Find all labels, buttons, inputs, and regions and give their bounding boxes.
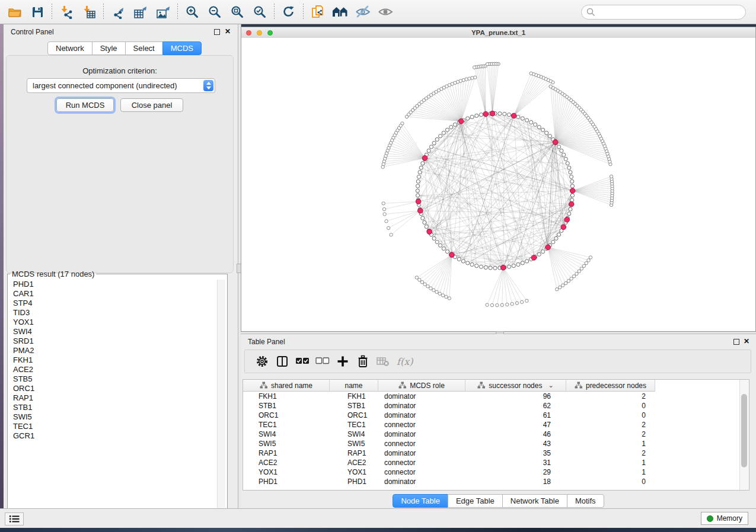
- network-node[interactable]: [555, 288, 558, 291]
- network-node[interactable]: [570, 184, 574, 188]
- network-node[interactable]: [425, 225, 428, 229]
- network-node[interactable]: [432, 289, 435, 291]
- table-cell[interactable]: dominator: [378, 411, 465, 419]
- network-node[interactable]: [521, 300, 524, 303]
- network-node[interactable]: [466, 261, 470, 265]
- table-cell[interactable]: 2: [566, 449, 655, 457]
- mcds-result-item[interactable]: STB1: [9, 403, 215, 412]
- table-cell[interactable]: connector: [378, 440, 465, 448]
- import-table-button[interactable]: [78, 2, 100, 21]
- network-node[interactable]: [569, 175, 573, 178]
- network-node[interactable]: [570, 180, 574, 183]
- network-hub-node[interactable]: [500, 265, 506, 270]
- table-row[interactable]: TEC1TEC1connector472: [243, 420, 740, 430]
- network-node[interactable]: [457, 257, 461, 261]
- table-cell[interactable]: 35: [465, 449, 566, 457]
- network-node[interactable]: [575, 272, 578, 275]
- network-node[interactable]: [567, 280, 570, 283]
- network-node[interactable]: [489, 266, 492, 270]
- table-cell[interactable]: ACE2: [330, 459, 378, 467]
- table-row[interactable]: STB1STB1dominator620: [243, 401, 740, 411]
- network-node[interactable]: [442, 131, 445, 134]
- network-hub-node[interactable]: [546, 245, 551, 250]
- network-node[interactable]: [490, 303, 493, 306]
- table-cell[interactable]: 1: [566, 468, 655, 476]
- network-node[interactable]: [435, 290, 438, 293]
- network-node[interactable]: [390, 233, 393, 236]
- network-node[interactable]: [382, 208, 385, 211]
- show-columns-button[interactable]: [272, 352, 292, 370]
- delete-table-button[interactable]: [373, 352, 393, 370]
- network-node[interactable]: [439, 243, 442, 247]
- table-cell[interactable]: YOX1: [330, 468, 378, 476]
- table-cell[interactable]: STB1: [243, 402, 330, 410]
- network-node[interactable]: [432, 236, 436, 240]
- tab-style[interactable]: Style: [92, 41, 126, 55]
- network-node[interactable]: [529, 120, 533, 124]
- network-node[interactable]: [569, 207, 572, 211]
- network-node[interactable]: [589, 256, 592, 259]
- mcds-result-item[interactable]: SWI5: [9, 412, 215, 422]
- table-cell[interactable]: FKH1: [330, 392, 378, 400]
- network-node[interactable]: [486, 303, 489, 306]
- network-node[interactable]: [415, 276, 418, 279]
- mcds-result-item[interactable]: PHD1: [9, 280, 215, 289]
- delete-column-button[interactable]: [353, 352, 373, 370]
- mcds-result-item[interactable]: FKH1: [9, 355, 215, 365]
- memory-button[interactable]: Memory: [701, 512, 748, 525]
- network-hub-node[interactable]: [422, 156, 428, 161]
- mcds-result-item[interactable]: TEC1: [9, 422, 215, 431]
- table-cell[interactable]: 31: [465, 459, 566, 467]
- table-cell[interactable]: SWI4: [243, 430, 330, 438]
- network-node[interactable]: [537, 125, 541, 129]
- network-node[interactable]: [421, 162, 425, 165]
- table-cell[interactable]: 1: [566, 440, 655, 448]
- network-node[interactable]: [610, 175, 613, 178]
- network-node[interactable]: [426, 285, 429, 288]
- network-node[interactable]: [559, 286, 562, 289]
- table-row[interactable]: YOX1YOX1connector291: [243, 467, 740, 477]
- network-node[interactable]: [441, 294, 444, 297]
- network-node[interactable]: [493, 266, 497, 270]
- refresh-view-button[interactable]: [277, 2, 300, 21]
- network-node[interactable]: [554, 236, 558, 240]
- network-node[interactable]: [421, 216, 425, 220]
- network-node[interactable]: [479, 265, 483, 268]
- tab-network[interactable]: Network: [47, 41, 92, 55]
- network-hub-node[interactable]: [458, 118, 464, 124]
- mcds-result-item[interactable]: TID3: [9, 308, 215, 318]
- network-node[interactable]: [418, 278, 421, 281]
- table-cell[interactable]: 29: [465, 468, 566, 476]
- network-node[interactable]: [418, 171, 422, 174]
- new-network-from-selection-button[interactable]: [307, 2, 329, 21]
- mcds-result-item[interactable]: CAR1: [9, 289, 215, 299]
- mcds-result-item[interactable]: PMA2: [9, 346, 215, 355]
- table-row[interactable]: PHD1PHD1dominator180: [243, 477, 740, 486]
- network-node[interactable]: [567, 166, 571, 169]
- network-hub-node[interactable]: [570, 188, 575, 194]
- network-hub-node[interactable]: [490, 111, 495, 116]
- network-node[interactable]: [500, 303, 503, 306]
- network-node[interactable]: [445, 295, 448, 298]
- network-node[interactable]: [585, 262, 588, 265]
- network-node[interactable]: [429, 145, 433, 149]
- export-table-button[interactable]: [129, 2, 152, 21]
- table-scrollbar[interactable]: [739, 380, 749, 490]
- network-node[interactable]: [486, 63, 489, 66]
- network-node[interactable]: [541, 250, 545, 254]
- network-node[interactable]: [503, 112, 506, 116]
- network-node[interactable]: [557, 145, 560, 149]
- table-cell[interactable]: dominator: [378, 430, 465, 438]
- network-node[interactable]: [541, 128, 545, 132]
- import-network-button[interactable]: [55, 2, 78, 21]
- network-node[interactable]: [445, 128, 449, 132]
- table-cell[interactable]: 18: [465, 477, 566, 486]
- table-cell[interactable]: YOX1: [243, 468, 330, 476]
- search-input[interactable]: [599, 8, 741, 17]
- network-node[interactable]: [529, 72, 532, 75]
- network-node[interactable]: [449, 125, 453, 129]
- table-row[interactable]: SWI4SWI4dominator462: [243, 430, 740, 439]
- column-header-shared-name[interactable]: shared name: [243, 380, 330, 392]
- network-node[interactable]: [479, 113, 483, 117]
- network-node[interactable]: [515, 302, 518, 305]
